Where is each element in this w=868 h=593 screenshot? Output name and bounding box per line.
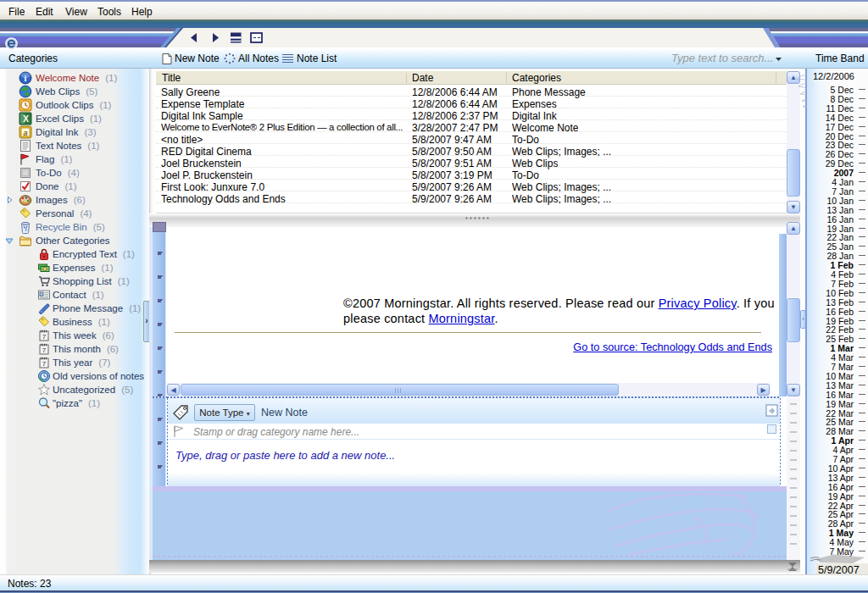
svg-text:7: 7 [42,346,47,354]
svg-text:7: 7 [42,360,47,368]
svg-text:a: a [23,129,27,137]
svg-text:7: 7 [42,333,47,341]
svg-text:X: X [23,114,29,124]
svg-text:i: i [25,74,27,83]
